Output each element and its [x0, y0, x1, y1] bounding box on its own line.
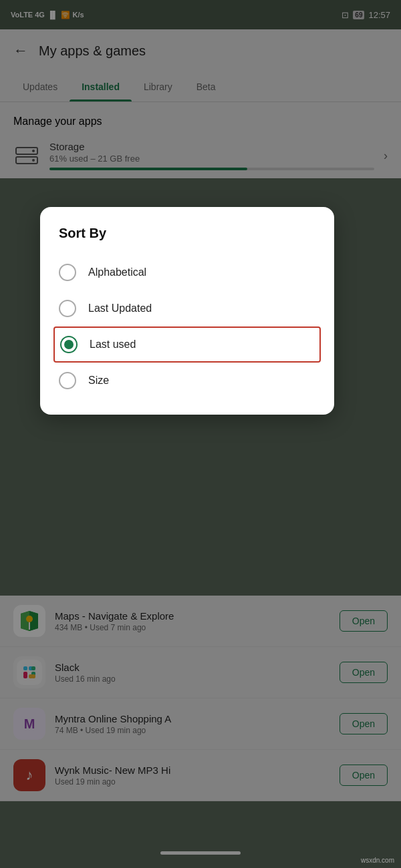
sort-option-last-used[interactable]: Last used	[53, 327, 321, 363]
sort-label-last-updated: Last Updated	[88, 302, 152, 314]
bottom-bar	[0, 851, 401, 855]
sort-by-dialog: Sort By Alphabetical Last Updated Last u…	[40, 207, 334, 415]
sort-option-last-updated[interactable]: Last Updated	[59, 290, 315, 327]
radio-last-updated	[59, 300, 76, 317]
sort-label-size: Size	[88, 375, 109, 387]
sort-label-last-used: Last used	[90, 339, 136, 351]
radio-last-used-fill	[64, 340, 74, 349]
home-indicator	[160, 851, 241, 855]
radio-size	[59, 372, 76, 389]
dialog-title: Sort By	[59, 226, 315, 241]
sort-option-alphabetical[interactable]: Alphabetical	[59, 254, 315, 290]
modal-overlay	[0, 0, 401, 868]
radio-alphabetical	[59, 264, 76, 281]
sort-option-size[interactable]: Size	[59, 363, 315, 399]
sort-label-alphabetical: Alphabetical	[88, 266, 146, 278]
watermark: wsxdn.com	[361, 857, 394, 864]
radio-last-used	[60, 336, 78, 353]
